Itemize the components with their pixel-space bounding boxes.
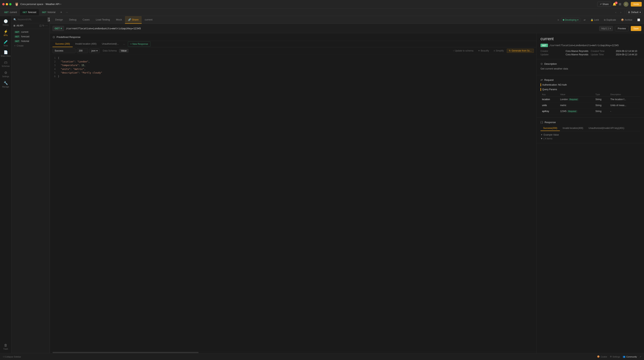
resp-tab-success[interactable]: Success (200) (52, 41, 73, 47)
code-line-6: 6 } (52, 75, 534, 78)
layout-icon[interactable]: ⊞ (619, 2, 621, 6)
tab-next-button[interactable]: › (618, 10, 623, 14)
invite-button[interactable]: Invite (631, 2, 642, 6)
nav-tests[interactable]: 🧪 Tests (0, 38, 11, 48)
resp-tab-invalid[interactable]: Invalid location (400) (73, 41, 99, 47)
nav-trash[interactable]: 🗑 Trash (0, 342, 11, 352)
http-version-selector[interactable]: http/1.1 ▾ (599, 26, 613, 31)
notifications-icon[interactable]: 🔔 3 (612, 2, 616, 6)
env-selector[interactable]: ⊞ Default ▾ (626, 10, 642, 14)
response-name-input[interactable] (52, 48, 76, 53)
project-dropdown-icon[interactable]: ▾ (60, 3, 61, 5)
resp-tab-more-button[interactable]: ··· (122, 41, 127, 47)
tab-current[interactable]: GET current (2, 9, 20, 15)
layout-toggle-button[interactable]: ⇌ (582, 18, 587, 22)
generate-from-schema-button[interactable]: ↻ Generate from Sc... (507, 49, 534, 53)
url-input[interactable] (66, 27, 597, 30)
create-button[interactable]: + Create (12, 43, 50, 48)
save-button[interactable]: Save (631, 26, 641, 31)
sub-tab-debug[interactable]: Debug (66, 16, 79, 24)
response-tab-unauthorized[interactable]: Unauthorized(Invalid API key)(401) (586, 126, 627, 131)
sub-tab-mock[interactable]: Mock (113, 16, 125, 24)
creator-value: Cora Maeve Reynolds (566, 50, 590, 52)
collapse-sidebar-button[interactable]: ◁ Collapse Sidebar (3, 356, 21, 358)
param-desc-location: The location f... (609, 96, 640, 102)
expand-icon[interactable]: ⤢ (640, 356, 641, 358)
format-selector[interactable]: json ▾ (89, 48, 100, 53)
request-section: ⇄ Request Authentication: NO Auth Query … (537, 75, 644, 118)
new-tab-button[interactable]: + (58, 9, 64, 15)
tab-more-button[interactable]: ··· (64, 9, 70, 15)
nav-settings[interactable]: ⚙ Settings (0, 69, 11, 79)
response-tab-success[interactable]: Success(200) (540, 126, 560, 131)
cookie-button[interactable]: 🍪 Cookie (597, 356, 607, 358)
share-button[interactable]: ↗ Share (597, 2, 611, 7)
status-code-input[interactable] (77, 48, 88, 53)
beautify-button[interactable]: ✦ Beautify (476, 49, 490, 52)
data-schema-tab[interactable]: Data Schema (101, 49, 119, 53)
tab-historial[interactable]: GET historial (39, 9, 58, 15)
nav-schemas[interactable]: 🗃 Schemas (0, 59, 11, 69)
nav-history[interactable]: 🕐 History (0, 18, 11, 27)
api-title: current (540, 36, 640, 41)
simplify-icon: ≡ (494, 49, 495, 52)
api-item-forecast[interactable]: GET forecast (12, 34, 50, 39)
search-input[interactable] (18, 18, 46, 21)
filter-icon[interactable]: ◫ (39, 24, 42, 27)
create-plus-icon: + (14, 44, 16, 47)
request-header: ⇄ Request (540, 78, 640, 81)
tab-prev-button[interactable]: ‹ (614, 10, 618, 14)
nav-share-docs[interactable]: 📄 Share Docs (0, 49, 11, 59)
col-header-value: Value (558, 92, 594, 96)
tab-forecast[interactable]: GET forecast (20, 9, 39, 15)
response-tab-invalid[interactable]: Invalid location(400) (560, 126, 586, 131)
nav-manage[interactable]: 🔧 Manage (0, 79, 11, 89)
refresh-icon[interactable]: ↻ (42, 24, 44, 27)
preview-button[interactable]: Preview (615, 26, 629, 31)
update-to-schema-button[interactable]: ↑ Update to schema (452, 49, 475, 52)
value-tab[interactable]: Value (119, 49, 128, 53)
panel-toggle-button[interactable]: ⬜ (636, 18, 642, 22)
all-api-row[interactable]: ⊞ All API ◫ ↻ ⋯ (12, 23, 50, 28)
minimize-button[interactable] (6, 3, 8, 5)
nav-settings-label: Settings (2, 75, 9, 77)
resp-tab-unauthorized[interactable]: Unauthorized(I... (99, 41, 122, 47)
method-selector[interactable]: GET ▾ (52, 26, 64, 31)
maximize-button[interactable] (9, 3, 12, 5)
filter-icon[interactable]: ≡ (557, 18, 559, 21)
collapse-icon[interactable]: ▼ (540, 133, 543, 136)
api-item-historial[interactable]: GET historial (12, 39, 50, 43)
method-label: GET (55, 27, 60, 30)
lock-button[interactable]: 🔒 Lock (589, 18, 600, 22)
new-response-button[interactable]: + New Response (128, 41, 150, 47)
response-tabs-row: Success(200) Invalid location(400) Unaut… (540, 126, 640, 131)
settings-bottom-button[interactable]: ⚙ Settings (610, 356, 620, 358)
predefined-title: Predefined Response (56, 36, 80, 38)
api-item-current[interactable]: GET current (12, 30, 50, 34)
all-api-label: ⊞ All API (14, 24, 23, 27)
sub-tab-load-testing[interactable]: Load Testing (93, 16, 113, 24)
updater-value: Cora Maeve Reynolds (566, 53, 590, 56)
env-status-badge[interactable]: Developing ▾ (561, 18, 580, 22)
lock-label: Lock (594, 18, 599, 21)
duplicate-button[interactable]: ⧉ Duplicate (602, 18, 618, 22)
sub-tab-share[interactable]: 🔗 Share (125, 16, 142, 24)
horizontal-scrollbar[interactable] (50, 352, 536, 353)
tab-name-forecast: forecast (28, 11, 36, 13)
param-type-apikey: String (594, 108, 609, 114)
all-api-text: All API (16, 24, 23, 27)
sub-tab-design[interactable]: Design (52, 16, 66, 24)
sub-tab-current-page[interactable]: current (142, 16, 156, 24)
avatar[interactable]: C (624, 2, 628, 7)
archive-button[interactable]: 📦 Archive (620, 18, 634, 22)
community-button[interactable]: 👥 Community (623, 356, 637, 358)
simplify-button[interactable]: ≡ Simplify (492, 49, 505, 52)
nav-apis[interactable]: ⚡ APIs (0, 28, 11, 38)
main-split: ⊙ Predefined Response Success (200) Inva… (50, 33, 644, 353)
close-button[interactable] (2, 3, 4, 5)
code-editor[interactable]: 1 { 2 "location": "London", 3 "temperatu… (50, 54, 536, 352)
items-collapse-icon[interactable]: ▼ (540, 137, 543, 140)
notification-badge: 3 (615, 1, 618, 4)
more-icon[interactable]: ⋯ (45, 24, 48, 27)
sub-tab-cases[interactable]: Cases (80, 16, 93, 24)
